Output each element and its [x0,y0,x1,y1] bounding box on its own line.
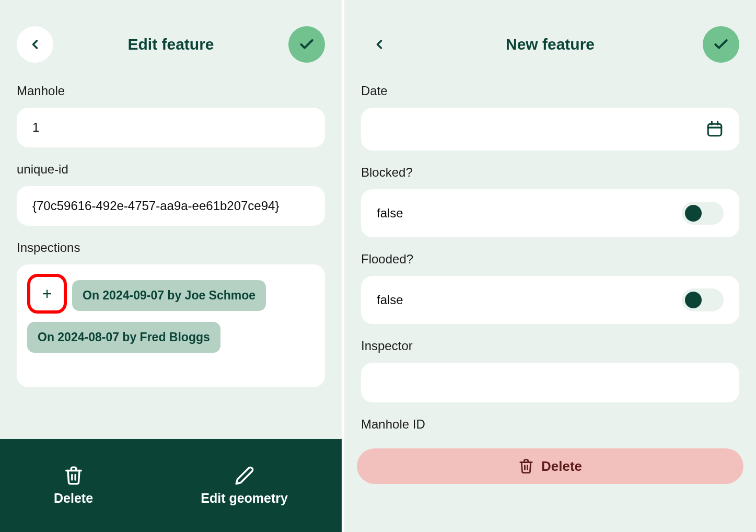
uniqueid-input[interactable]: {70c59616-492e-4757-aa9a-ee61b207ce94} [17,186,325,226]
date-input[interactable] [361,108,739,151]
confirm-button[interactable] [703,26,739,63]
inspections-field-group: Inspections + On 2024-09-07 by Joe Schmo… [17,240,325,387]
blocked-label: Blocked? [361,165,739,180]
flooded-input: false [361,276,739,324]
form-content: Manhole 1 unique-id {70c59616-492e-4757-… [0,78,342,439]
flooded-label: Flooded? [361,252,739,267]
toggle-knob [685,205,702,222]
header: Edit feature [0,0,342,78]
add-inspection-button[interactable]: + [32,279,62,308]
bottom-toolbar: Delete [344,439,756,532]
blocked-input: false [361,189,739,237]
uniqueid-value: {70c59616-492e-4757-aa9a-ee61b207ce94} [32,199,279,213]
back-button[interactable] [361,26,398,63]
flooded-field-group: Flooded? false [361,252,739,324]
calendar-icon [706,120,724,138]
edit-geometry-label: Edit geometry [201,491,288,506]
blocked-toggle[interactable] [682,202,724,225]
manhole-value: 1 [32,120,39,135]
svg-rect-0 [708,124,722,136]
inspections-box: + On 2024-09-07 by Joe Schmoe On 2024-08… [17,264,325,387]
add-inspection-highlight: + [27,274,67,314]
check-icon [298,36,315,53]
inspection-chip[interactable]: On 2024-09-07 by Joe Schmoe [72,280,266,311]
delete-label: Delete [541,458,582,475]
inspector-label: Inspector [361,339,739,353]
inspector-input[interactable] [361,363,739,402]
manholeid-label: Manhole ID [361,417,739,432]
back-button[interactable] [17,26,53,63]
header: New feature [344,0,756,78]
delete-button[interactable]: Delete [357,448,743,484]
manhole-input[interactable]: 1 [17,108,325,147]
pencil-icon [235,466,254,485]
date-label: Date [361,84,739,98]
form-content: Date Blocked? false Flooded? false [344,78,756,439]
flooded-toggle[interactable] [682,288,724,311]
confirm-button[interactable] [288,26,325,63]
trash-icon [518,458,534,474]
inspections-label: Inspections [17,240,325,255]
inspection-chip[interactable]: On 2024-08-07 by Fred Bloggs [27,322,220,353]
chevron-left-icon [28,37,42,52]
toggle-knob [685,292,702,308]
manholeid-field-group: Manhole ID [361,417,739,432]
edit-geometry-action[interactable]: Edit geometry [201,466,288,506]
plus-icon: + [42,284,52,304]
bottom-toolbar: Delete Edit geometry [0,439,342,532]
blocked-field-group: Blocked? false [361,165,739,237]
delete-label: Delete [54,491,93,506]
inspector-field-group: Inspector [361,339,739,402]
page-title: New feature [398,36,703,53]
date-field-group: Date [361,84,739,151]
uniqueid-label: unique-id [17,162,325,177]
manhole-field-group: Manhole 1 [17,84,325,147]
check-icon [713,36,729,53]
page-title: Edit feature [53,36,288,53]
uniqueid-field-group: unique-id {70c59616-492e-4757-aa9a-ee61b… [17,162,325,226]
trash-icon [64,466,84,485]
manhole-label: Manhole [17,84,325,98]
edit-feature-screen: Edit feature Manhole 1 unique-id {70c596… [0,0,342,532]
blocked-value: false [377,206,403,221]
delete-action[interactable]: Delete [54,466,93,506]
chevron-left-icon [372,37,387,52]
new-feature-screen: New feature Date Blocked? false Flooded? [344,0,756,532]
flooded-value: false [377,293,403,307]
